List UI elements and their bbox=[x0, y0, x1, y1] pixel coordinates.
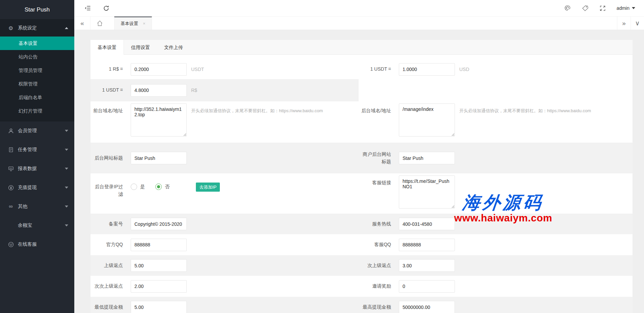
user-menu[interactable]: admin bbox=[617, 5, 635, 11]
field-suffix: R$ bbox=[191, 88, 197, 93]
max-withdraw-input[interactable] bbox=[399, 301, 455, 313]
form-cell-empty bbox=[359, 79, 633, 101]
min-withdraw-input[interactable] bbox=[131, 301, 187, 313]
form-cell: 次上级返点 bbox=[359, 255, 633, 276]
field-label: 最高提现金额 bbox=[359, 304, 391, 311]
official-qq-input[interactable] bbox=[131, 239, 187, 251]
sidebar-item-permission-management[interactable]: 权限管理 bbox=[0, 77, 74, 91]
form-cell: 最低提现金额 bbox=[91, 297, 359, 313]
rate-usdt-rs-input[interactable] bbox=[131, 84, 187, 97]
field-label: 后台网站标题 bbox=[91, 154, 123, 162]
page-tabbar: « 基本设置 × » ∨ bbox=[74, 17, 644, 30]
admin-site-title-input[interactable] bbox=[131, 152, 187, 164]
service-qq-input[interactable] bbox=[399, 239, 455, 251]
rate-usdt-usd-input[interactable] bbox=[399, 63, 455, 76]
form-cell: 1 USDT = USD bbox=[359, 59, 633, 79]
sidebar-item-other[interactable]: ∞ 其他 bbox=[0, 197, 74, 216]
sidebar-item-site-announcement[interactable]: 站内公告 bbox=[0, 50, 74, 64]
basic-settings-form: 1 R$ = USDT 1 USDT = USD 1 USDT = R$ bbox=[91, 55, 633, 313]
field-label: 前台域名/地址 bbox=[91, 101, 123, 115]
app-title: Star Push bbox=[0, 0, 74, 20]
ip-filter-radio-group: 是 否 bbox=[131, 184, 170, 190]
sidebar-item-task-management[interactable]: 任务管理 bbox=[0, 140, 74, 159]
close-icon[interactable]: × bbox=[143, 21, 146, 26]
form-cell: 1 R$ = USDT bbox=[91, 59, 359, 79]
form-row: 备案号 服务热线 bbox=[91, 214, 633, 234]
menu-collapse-icon[interactable] bbox=[84, 5, 92, 11]
icp-number-input[interactable] bbox=[131, 218, 187, 230]
form-cell: 备案号 bbox=[91, 214, 359, 234]
tag-icon[interactable] bbox=[582, 5, 589, 11]
front-domain-textarea[interactable]: http://352.1.haiwaiym12.top bbox=[131, 103, 187, 137]
admin-app: Star Push ⚙ 系统设定 基本设置 站内公告 管理员管理 权限管理 后端… bbox=[0, 0, 644, 313]
field-hint: 开头必须加通信协议，末尾不要留斜杠。如：https://www.baidu.co… bbox=[459, 101, 591, 114]
settings-card: 基本设置 信用设置 文件上传 1 R$ = USDT 1 USDT = USD bbox=[91, 40, 633, 313]
infinity-icon: ∞ bbox=[7, 203, 14, 210]
tab-credit-settings[interactable]: 信用设置 bbox=[124, 40, 157, 54]
sidebar-item-online-service[interactable]: 在线客服 bbox=[0, 235, 74, 254]
tab-basic-settings[interactable]: 基本设置 bbox=[91, 40, 124, 55]
form-row: 上级返点 次上级返点 bbox=[91, 255, 633, 276]
chevron-down-icon bbox=[65, 130, 68, 132]
home-tab-icon[interactable] bbox=[91, 17, 109, 30]
parent-rebate-input[interactable] bbox=[131, 259, 187, 272]
tabs-scroll-left-button[interactable]: « bbox=[74, 17, 91, 30]
form-cell: 1 USDT = R$ bbox=[91, 79, 359, 101]
field-label: 客服QQ bbox=[359, 241, 391, 248]
form-row: 后台登录IP过滤 是 否 去添加IP 客服链接 https://t.me/Sta… bbox=[91, 173, 633, 214]
sidebar-item-basic-settings[interactable]: 基本设置 bbox=[0, 37, 74, 50]
sidebar-item-recharge-withdraw[interactable]: 充值提现 bbox=[0, 178, 74, 197]
tab-file-upload[interactable]: 文件上传 bbox=[157, 40, 190, 54]
ip-filter-no-radio[interactable] bbox=[155, 184, 162, 190]
refresh-icon[interactable] bbox=[103, 5, 109, 11]
field-label: 1 R$ = bbox=[91, 66, 123, 73]
fullscreen-icon[interactable] bbox=[599, 5, 606, 11]
sidebar-item-system-settings[interactable]: ⚙ 系统设定 bbox=[0, 20, 74, 37]
sidebar-item-admin-management[interactable]: 管理员管理 bbox=[0, 64, 74, 77]
page-tab-label: 基本设置 bbox=[121, 21, 138, 27]
service-link-textarea[interactable]: https://t.me/Star_PushNO1 bbox=[399, 175, 455, 209]
chevron-down-icon bbox=[65, 168, 68, 170]
form-row: 官方QQ 客服QQ bbox=[91, 234, 633, 255]
topbar-right: admin bbox=[564, 5, 635, 11]
field-label: 次次上级返点 bbox=[91, 283, 123, 290]
grandparent-rebate-input[interactable] bbox=[399, 259, 455, 272]
rate-rs-usdt-input[interactable] bbox=[131, 63, 187, 76]
theme-palette-icon[interactable] bbox=[564, 5, 571, 11]
form-row: 次次上级返点 邀请奖励 bbox=[91, 276, 633, 297]
chevron-down-icon bbox=[65, 206, 68, 208]
sidebar-item-label: 其他 bbox=[18, 203, 27, 210]
field-label: 1 USDT = bbox=[91, 87, 123, 94]
tabs-scroll-right-button[interactable]: » bbox=[617, 17, 630, 30]
form-row: 1 R$ = USDT 1 USDT = USD bbox=[91, 59, 633, 79]
tabs-menu-button[interactable]: ∨ bbox=[630, 17, 644, 30]
admin-domain-textarea[interactable]: /manage/index bbox=[399, 103, 455, 137]
user-name: admin bbox=[617, 5, 629, 11]
sidebar-item-member-management[interactable]: 会员管理 bbox=[0, 121, 74, 140]
document-icon bbox=[7, 147, 14, 152]
sidebar-item-label: 报表数据 bbox=[18, 166, 37, 172]
service-hotline-input[interactable] bbox=[399, 218, 455, 230]
form-cell: 后台登录IP过滤 是 否 去添加IP bbox=[91, 173, 359, 214]
chevron-down-icon bbox=[65, 149, 68, 151]
sidebar-item-report-data[interactable]: 报表数据 bbox=[0, 159, 74, 178]
field-label: 服务热线 bbox=[359, 220, 391, 228]
open-page-tab[interactable]: 基本设置 × bbox=[114, 17, 152, 30]
sidebar-item-backend-whitelist[interactable]: 后端白名单 bbox=[0, 91, 74, 104]
ip-filter-yes-radio[interactable] bbox=[131, 184, 137, 190]
invite-reward-input[interactable] bbox=[399, 280, 455, 293]
add-ip-button[interactable]: 去添加IP bbox=[196, 183, 220, 192]
sidebar-item-slideshow-management[interactable]: 幻灯片管理 bbox=[0, 104, 74, 118]
field-suffix: USD bbox=[459, 67, 469, 72]
sidebar-item-label: 充值提现 bbox=[18, 185, 37, 191]
ggparent-rebate-input[interactable] bbox=[131, 280, 187, 293]
merchant-site-title-input[interactable] bbox=[399, 152, 455, 164]
sidebar-item-label: 系统设定 bbox=[18, 25, 37, 31]
form-cell: 次次上级返点 bbox=[91, 276, 359, 297]
yen-coin-icon bbox=[7, 185, 14, 191]
sidebar-item-yuebao[interactable]: 余额宝 bbox=[0, 216, 74, 235]
sidebar-item-label: 任务管理 bbox=[18, 147, 37, 153]
field-hint: 开头必须加通信协议，末尾不要留斜杠。如：https://www.baidu.co… bbox=[191, 101, 323, 114]
field-label: 上级返点 bbox=[91, 262, 123, 269]
form-cell: 服务热线 bbox=[359, 214, 633, 234]
